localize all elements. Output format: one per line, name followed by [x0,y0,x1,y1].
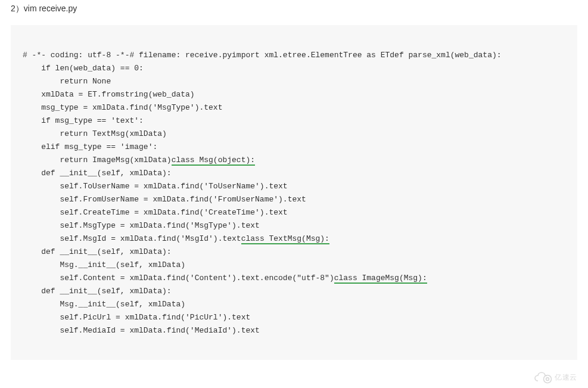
code-block: # -*- coding: utf-8 -*-# filename: recei… [11,25,577,360]
class-decl-msg: class Msg(object): [172,156,255,166]
code-line: self.MediaId = xmlData.find('MediaId').t… [23,326,260,335]
class-decl-textmsg: class TextMsg(Msg): [241,234,329,244]
code-line: xmlData = ET.fromstring(web_data) [23,90,195,99]
code-line: self.PicUrl = xmlData.find('PicUrl').tex… [23,313,250,322]
code-line: return ImageMsg(xmlData) [23,156,172,164]
svg-point-1 [546,378,549,381]
cloud-icon [533,371,553,384]
code-line: Msg.__init__(self, xmlData) [23,300,185,309]
code-line: def __init__(self, xmlData): [23,287,172,296]
code-line: elif msg_type == 'image': [23,142,157,151]
code-line: if msg_type == 'text': [23,116,144,125]
code-line: self.MsgType = xmlData.find('MsgType').t… [23,221,260,230]
svg-point-0 [544,375,552,383]
code-line: Msg.__init__(self, xmlData) [23,260,185,269]
code-line: def __init__(self, xmlData): [23,169,172,178]
watermark-text: 亿速云 [555,373,577,383]
watermark: 亿速云 [533,367,584,388]
code-line: self.MsgId = xmlData.find('MsgId').text [23,234,241,243]
class-decl-imagemsg: class ImageMsg(Msg): [334,274,427,284]
code-line: return TextMsg(xmlData) [23,129,167,138]
code-line: self.Content = xmlData.find('Content').t… [23,274,334,283]
section-heading: 2）vim receive.py [0,0,588,19]
code-line: self.ToUserName = xmlData.find('ToUserNa… [23,182,288,191]
code-line: def __init__(self, xmlData): [23,247,172,256]
code-line: self.CreateTime = xmlData.find('CreateTi… [23,208,288,217]
code-line: return None [23,77,111,86]
code-line: self.FromUserName = xmlData.find('FromUs… [23,195,306,204]
code-line: msg_type = xmlData.find('MsgType').text [23,103,222,112]
code-line: if len(web_data) == 0: [23,64,144,73]
code-line: # -*- coding: utf-8 -*-# filename: recei… [23,51,502,60]
